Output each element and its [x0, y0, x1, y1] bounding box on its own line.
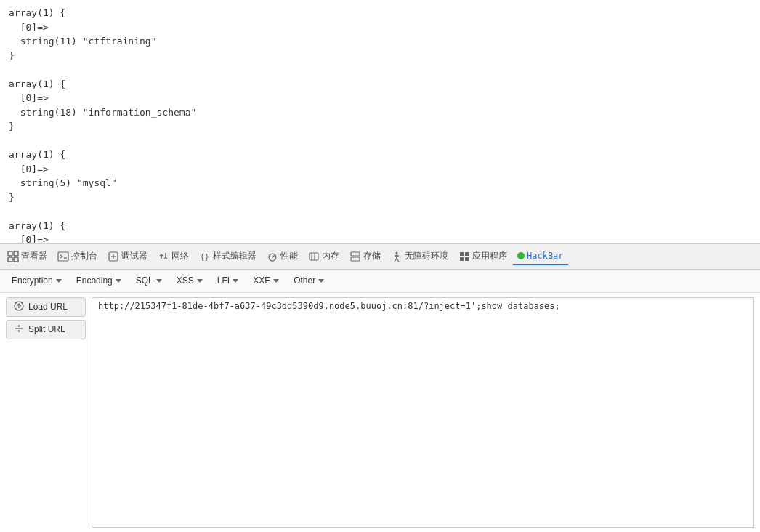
hackbar-menu-bar: Encryption Encoding SQL XSS LFI XXE Othe…: [0, 270, 760, 293]
load-url-button[interactable]: Load URL: [6, 297, 86, 317]
storage-label: 存储: [363, 250, 381, 262]
devtools-accessibility-btn[interactable]: 无障碍环境: [387, 247, 453, 265]
devtools-console-btn[interactable]: 控制台: [53, 247, 102, 265]
application-icon: [458, 251, 470, 262]
svg-rect-17: [351, 257, 360, 261]
style-editor-icon: {}: [199, 251, 211, 262]
hackbar-tab-label: HackBar: [527, 251, 564, 261]
other-label: Other: [294, 275, 315, 286]
other-menu[interactable]: Other: [288, 273, 330, 289]
xss-label: XSS: [177, 275, 194, 286]
split-icon: [14, 323, 24, 336]
devtools-style-editor-btn[interactable]: {} 样式编辑器: [195, 247, 261, 265]
memory-label: 内存: [322, 250, 339, 262]
other-chevron: [318, 279, 324, 283]
svg-rect-26: [465, 257, 469, 261]
console-label: 控制台: [71, 250, 97, 262]
application-label: 应用程序: [472, 250, 507, 262]
svg-rect-0: [8, 251, 12, 256]
performance-label: 性能: [280, 250, 298, 262]
inspector-icon: [7, 251, 19, 262]
devtools-toolbar: 查看器 控制台 调试器: [0, 243, 760, 270]
hackbar-tab[interactable]: HackBar: [513, 248, 568, 265]
svg-rect-2: [14, 251, 18, 256]
split-url-label: Split URL: [28, 324, 65, 334]
storage-icon: [349, 251, 361, 262]
xss-menu[interactable]: XSS: [171, 273, 209, 289]
svg-rect-3: [14, 257, 18, 262]
style-editor-label: 样式编辑器: [213, 250, 256, 262]
code-output: array(1) { [0]=> string(11) "ctftraining…: [0, 0, 760, 243]
encoding-label: Encoding: [76, 275, 113, 286]
lfi-label: LFI: [217, 275, 230, 286]
svg-point-18: [396, 251, 398, 254]
encoding-menu[interactable]: Encoding: [70, 273, 127, 289]
load-icon: [14, 301, 24, 313]
debugger-label: 调试器: [121, 250, 147, 262]
encoding-chevron: [116, 279, 121, 283]
devtools-storage-btn[interactable]: 存储: [345, 247, 385, 265]
accessibility-label: 无障碍环境: [405, 250, 448, 262]
devtools-application-btn[interactable]: 应用程序: [454, 247, 512, 265]
accessibility-icon: [391, 251, 403, 262]
lfi-menu[interactable]: LFI: [211, 273, 244, 289]
lfi-chevron: [233, 279, 238, 283]
devtools-memory-btn[interactable]: 内存: [304, 247, 344, 265]
inspector-label: 查看器: [21, 250, 47, 262]
devtools-debugger-btn[interactable]: 调试器: [103, 247, 152, 265]
sql-chevron: [156, 279, 162, 283]
svg-point-12: [272, 257, 273, 258]
sql-label: SQL: [136, 275, 153, 286]
memory-icon: [308, 251, 320, 262]
hackbar-action-buttons: Load URL Split URL: [6, 297, 86, 528]
svg-text:{}: {}: [200, 252, 209, 262]
svg-rect-16: [351, 252, 360, 256]
svg-line-21: [395, 259, 397, 262]
xxe-label: XXE: [253, 275, 270, 286]
encryption-menu[interactable]: Encryption: [6, 273, 68, 289]
hackbar-url-section: Load URL Split URL: [0, 293, 760, 533]
svg-rect-13: [310, 253, 318, 260]
load-url-label: Load URL: [28, 302, 68, 312]
network-label: 网络: [171, 250, 189, 262]
debugger-icon: [108, 251, 119, 262]
encryption-chevron: [56, 279, 62, 283]
svg-rect-25: [460, 257, 464, 261]
svg-line-22: [397, 259, 399, 262]
performance-icon: [267, 251, 278, 262]
sql-menu[interactable]: SQL: [130, 273, 168, 289]
console-icon: [57, 251, 69, 262]
svg-rect-23: [460, 252, 464, 256]
xxe-menu[interactable]: XXE: [247, 273, 285, 289]
hackbar-dot: [517, 252, 525, 259]
svg-rect-24: [465, 252, 469, 256]
url-input[interactable]: [92, 297, 754, 528]
split-url-button[interactable]: Split URL: [6, 320, 86, 339]
encryption-label: Encryption: [12, 275, 53, 286]
devtools-network-btn[interactable]: 网络: [153, 247, 193, 265]
devtools-performance-btn[interactable]: 性能: [262, 247, 302, 265]
svg-rect-4: [58, 252, 68, 261]
network-icon: [158, 251, 169, 262]
xxe-chevron: [273, 279, 279, 283]
xss-chevron: [197, 279, 203, 283]
devtools-inspector-btn[interactable]: 查看器: [3, 247, 52, 265]
svg-rect-1: [8, 257, 12, 262]
